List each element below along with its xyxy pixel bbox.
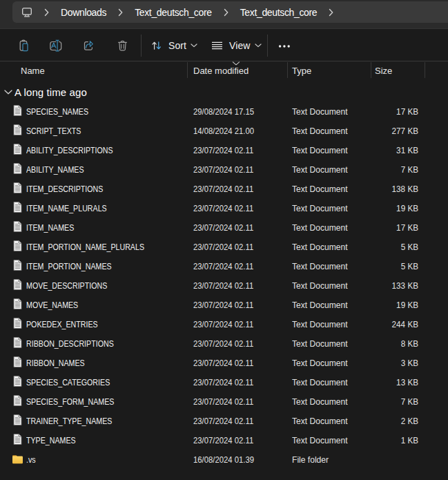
column-headers: Name Date modified Type Size — [0, 61, 448, 79]
file-name: MOVE_NAMES — [26, 295, 78, 314]
file-date-modified: 23/07/2024 02.11 — [193, 372, 253, 392]
text-file-icon — [13, 144, 24, 155]
file-name: ABILITY_DESCRIPTIONS — [26, 140, 113, 160]
file-type: Text Document — [292, 237, 348, 256]
address-bar-row: Downloads Text_deutsch_core Text_deutsch… — [0, 0, 448, 29]
file-rows: SPECIES_NAMES 29/08/2024 17.15 Text Docu… — [0, 102, 448, 469]
breadcrumb-segment-parent-folder[interactable]: Text_deutsch_core — [135, 7, 212, 18]
file-date-modified: 23/07/2024 02.11 — [193, 334, 253, 353]
file-row[interactable]: ABILITY_DESCRIPTIONS 23/07/2024 02.11 Te… — [0, 140, 448, 160]
column-divider[interactable] — [425, 62, 425, 78]
text-file-icon — [13, 318, 24, 329]
file-row[interactable]: TYPE_NAMES 23/07/2024 02.11 Text Documen… — [0, 430, 448, 450]
text-file-icon — [13, 356, 24, 367]
breadcrumb-segment-downloads[interactable]: Downloads — [61, 7, 106, 18]
paste-icon — [18, 39, 30, 52]
column-divider[interactable] — [187, 62, 188, 78]
file-size: 7 KB — [376, 392, 418, 411]
sort-direction-chevron-icon — [232, 61, 240, 66]
file-row[interactable]: ITEM_NAMES 23/07/2024 02.11 Text Documen… — [0, 218, 448, 237]
text-file-icon — [13, 337, 24, 348]
file-name: ABILITY_NAMES — [26, 160, 84, 179]
text-file-icon — [13, 298, 24, 309]
breadcrumb-chevron-icon[interactable] — [44, 8, 49, 17]
file-type: Text Document — [292, 295, 348, 314]
text-file-icon — [13, 240, 24, 251]
file-type: Text Document — [292, 140, 348, 160]
file-row[interactable]: RIBBON_NAMES 23/07/2024 02.11 Text Docum… — [0, 353, 448, 372]
file-row[interactable]: ABILITY_NAMES 23/07/2024 02.11 Text Docu… — [0, 160, 448, 179]
sort-button-label: Sort — [168, 40, 186, 51]
text-file-icon — [13, 279, 24, 290]
file-size: 277 KB — [376, 121, 418, 140]
file-type: Text Document — [292, 276, 348, 295]
file-date-modified: 23/07/2024 02.11 — [193, 256, 253, 276]
column-header-name[interactable]: Name — [21, 61, 45, 79]
folder-icon — [12, 454, 23, 465]
text-file-icon — [13, 434, 24, 445]
file-size: 5 KB — [376, 237, 418, 256]
file-date-modified: 23/07/2024 02.11 — [193, 160, 253, 179]
column-header-size[interactable]: Size — [375, 61, 392, 79]
file-type: File folder — [292, 450, 329, 469]
file-type: Text Document — [292, 430, 348, 450]
breadcrumb-segment-current-folder[interactable]: Text_deutsch_core — [240, 7, 318, 18]
view-button-label: View — [229, 40, 251, 51]
file-size — [376, 450, 418, 469]
breadcrumb-chevron-icon[interactable] — [224, 8, 228, 17]
breadcrumb-chevron-icon[interactable] — [329, 8, 333, 17]
file-size: 1 KB — [376, 430, 418, 450]
text-file-icon — [13, 395, 24, 406]
file-row[interactable]: SPECIES_CATEGORIES 23/07/2024 02.11 Text… — [0, 372, 448, 392]
file-size: 19 KB — [376, 198, 418, 218]
rename-button[interactable] — [50, 30, 61, 61]
chevron-down-icon — [255, 44, 262, 48]
file-row[interactable]: .vs 16/08/2024 01.39 File folder — [0, 450, 448, 469]
file-size: 138 KB — [376, 179, 418, 198]
column-divider[interactable] — [371, 62, 371, 78]
file-row[interactable]: SPECIES_NAMES 29/08/2024 17.15 Text Docu… — [0, 102, 448, 121]
file-name: SPECIES_CATEGORIES — [26, 372, 110, 392]
file-name: ITEM_PORTION_NAME_PLURALS — [26, 237, 144, 256]
file-row[interactable]: SCRIPT_TEXTS 14/08/2024 21.00 Text Docum… — [0, 121, 448, 140]
paste-button[interactable] — [18, 30, 29, 61]
address-bar[interactable]: Downloads Text_deutsch_core Text_deutsch… — [12, 1, 448, 23]
file-size: 8 KB — [376, 334, 418, 353]
view-icon — [211, 40, 223, 51]
column-header-type[interactable]: Type — [292, 61, 311, 79]
file-date-modified: 23/07/2024 02.11 — [193, 392, 253, 411]
file-type: Text Document — [292, 102, 348, 121]
share-button[interactable] — [84, 30, 95, 61]
file-row[interactable]: ITEM_NAME_PLURALS 23/07/2024 02.11 Text … — [0, 198, 448, 218]
sort-button[interactable]: Sort — [151, 30, 197, 61]
file-row[interactable]: POKEDEX_ENTRIES 23/07/2024 02.11 Text Do… — [0, 314, 448, 334]
file-type: Text Document — [292, 334, 348, 353]
file-date-modified: 23/07/2024 02.11 — [193, 218, 253, 237]
file-row[interactable]: RIBBON_DESCRIPTIONS 23/07/2024 02.11 Tex… — [0, 334, 448, 353]
file-size: 5 KB — [376, 256, 418, 276]
file-row[interactable]: SPECIES_FORM_NAMES 23/07/2024 02.11 Text… — [0, 392, 448, 411]
delete-button[interactable] — [117, 30, 128, 61]
file-date-modified: 23/07/2024 02.11 — [193, 179, 253, 198]
group-collapse-chevron-icon[interactable] — [4, 90, 12, 95]
file-row[interactable]: MOVE_DESCRIPTIONS 23/07/2024 02.11 Text … — [0, 276, 448, 295]
file-row[interactable]: ITEM_PORTION_NAME_PLURALS 23/07/2024 02.… — [0, 237, 448, 256]
file-size: 244 KB — [376, 314, 418, 334]
file-row[interactable]: ITEM_DESCRIPTIONS 23/07/2024 02.11 Text … — [0, 179, 448, 198]
delete-icon — [117, 39, 128, 52]
column-divider[interactable] — [287, 62, 288, 78]
this-pc-icon[interactable] — [21, 7, 32, 18]
breadcrumb-chevron-icon[interactable] — [118, 8, 123, 17]
file-date-modified: 23/07/2024 02.11 — [193, 430, 253, 450]
file-size: 3 KB — [376, 353, 418, 372]
file-row[interactable]: TRAINER_TYPE_NAMES 23/07/2024 02.11 Text… — [0, 411, 448, 430]
file-row[interactable]: ITEM_PORTION_NAMES 23/07/2024 02.11 Text… — [0, 256, 448, 276]
file-name: TYPE_NAMES — [26, 430, 76, 450]
see-more-button[interactable] — [278, 30, 291, 61]
group-header[interactable]: A long time ago — [0, 82, 448, 102]
file-row[interactable]: MOVE_NAMES 23/07/2024 02.11 Text Documen… — [0, 295, 448, 314]
file-date-modified: 23/07/2024 02.11 — [193, 198, 253, 218]
file-size: 19 KB — [376, 295, 418, 314]
column-header-date-modified[interactable]: Date modified — [193, 61, 249, 79]
view-button[interactable]: View — [211, 30, 262, 61]
